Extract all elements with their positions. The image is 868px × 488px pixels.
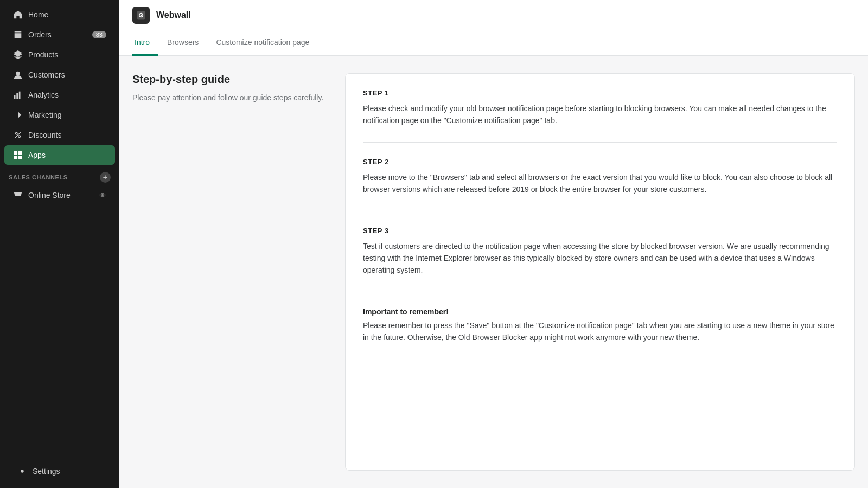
app-title: Webwall — [156, 10, 191, 20]
sidebar-item-marketing[interactable]: Marketing — [4, 105, 115, 125]
svg-point-14 — [141, 14, 142, 16]
add-sales-channel-button[interactable]: + — [100, 172, 111, 183]
sidebar-nav: Home Orders 83 Products Customers — [0, 0, 119, 454]
sidebar-item-home[interactable]: Home — [4, 5, 115, 24]
sidebar-label-home: Home — [28, 10, 48, 19]
home-icon — [13, 10, 23, 20]
app-logo — [132, 7, 150, 24]
tabs-bar: Intro Browsers Customize notification pa… — [119, 30, 868, 56]
products-icon — [13, 50, 23, 60]
important-text: Please remember to press the "Save" butt… — [363, 319, 837, 344]
sidebar-item-online-store[interactable]: Online Store 👁 — [4, 185, 115, 205]
svg-rect-1 — [14, 95, 16, 99]
step-3: STEP 3 Test if customers are directed to… — [363, 227, 837, 292]
online-store-icon — [13, 190, 23, 200]
analytics-icon — [13, 90, 23, 100]
sidebar-item-products[interactable]: Products — [4, 45, 115, 65]
orders-icon — [13, 30, 23, 40]
tab-customize[interactable]: Customize notification page — [207, 30, 318, 56]
sidebar-label-apps: Apps — [28, 151, 46, 159]
step-2-label: STEP 2 — [363, 158, 837, 166]
sidebar-label-marketing: Marketing — [28, 111, 61, 119]
svg-rect-9 — [14, 156, 17, 159]
sidebar-label-products: Products — [28, 50, 58, 59]
sidebar-label-discounts: Discounts — [28, 131, 61, 139]
sidebar-item-analytics[interactable]: Analytics — [4, 85, 115, 105]
important-note: Important to remember! Please remember t… — [363, 307, 837, 344]
sidebar-item-settings[interactable]: Settings — [9, 461, 111, 481]
main-content: Webwall Intro Browsers Customize notific… — [119, 0, 868, 488]
svg-point-11 — [21, 470, 23, 472]
eye-icon[interactable]: 👁 — [99, 191, 106, 200]
step-3-label: STEP 3 — [363, 227, 837, 235]
tab-browsers[interactable]: Browsers — [158, 30, 207, 56]
sidebar-label-analytics: Analytics — [28, 91, 59, 99]
discounts-icon — [13, 130, 23, 140]
svg-rect-2 — [16, 93, 18, 99]
step-1-label: STEP 1 — [363, 89, 837, 97]
sidebar-item-apps[interactable]: Apps — [4, 145, 115, 165]
sales-channels-section: SALES CHANNELS + — [0, 165, 119, 185]
app-header: Webwall — [119, 0, 868, 30]
svg-point-4 — [16, 133, 18, 135]
content-area: Step-by-step guide Please pay attention … — [119, 56, 868, 488]
step-1-text: Please check and modify your old browser… — [363, 102, 837, 127]
sidebar-item-orders[interactable]: Orders 83 — [4, 25, 115, 44]
step-1: STEP 1 Please check and modify your old … — [363, 89, 837, 143]
svg-rect-8 — [18, 151, 22, 155]
sidebar-bottom: Settings — [0, 454, 119, 488]
guide-description: Please pay attention and follow our guid… — [132, 92, 328, 104]
step-2-text: Please move to the "Browsers" tab and se… — [363, 171, 837, 196]
step-2: STEP 2 Please move to the "Browsers" tab… — [363, 158, 837, 211]
important-label: Important to remember! — [363, 307, 837, 316]
customers-icon — [13, 70, 23, 80]
guide-title: Step-by-step guide — [132, 73, 328, 86]
sidebar-item-customers[interactable]: Customers — [4, 65, 115, 85]
sidebar-label-settings: Settings — [33, 467, 60, 476]
orders-badge: 83 — [92, 31, 106, 38]
steps-panel: STEP 1 Please check and modify your old … — [345, 73, 855, 471]
sidebar-label-online-store: Online Store — [28, 191, 71, 200]
sidebar: Home Orders 83 Products Customers — [0, 0, 119, 488]
sidebar-item-discounts[interactable]: Discounts — [4, 125, 115, 145]
apps-icon — [13, 150, 23, 160]
svg-rect-10 — [18, 156, 22, 159]
step-3-text: Test if customers are directed to the no… — [363, 240, 837, 277]
sidebar-label-orders: Orders — [28, 30, 52, 39]
left-panel: Step-by-step guide Please pay attention … — [132, 73, 328, 471]
sidebar-label-customers: Customers — [28, 70, 65, 79]
tab-intro[interactable]: Intro — [132, 30, 158, 56]
marketing-icon — [13, 110, 23, 120]
sales-channels-label: SALES CHANNELS — [9, 174, 68, 181]
svg-point-5 — [18, 136, 21, 138]
settings-icon — [17, 466, 27, 476]
svg-point-0 — [16, 72, 20, 75]
svg-rect-3 — [19, 92, 21, 99]
svg-rect-7 — [14, 151, 17, 155]
